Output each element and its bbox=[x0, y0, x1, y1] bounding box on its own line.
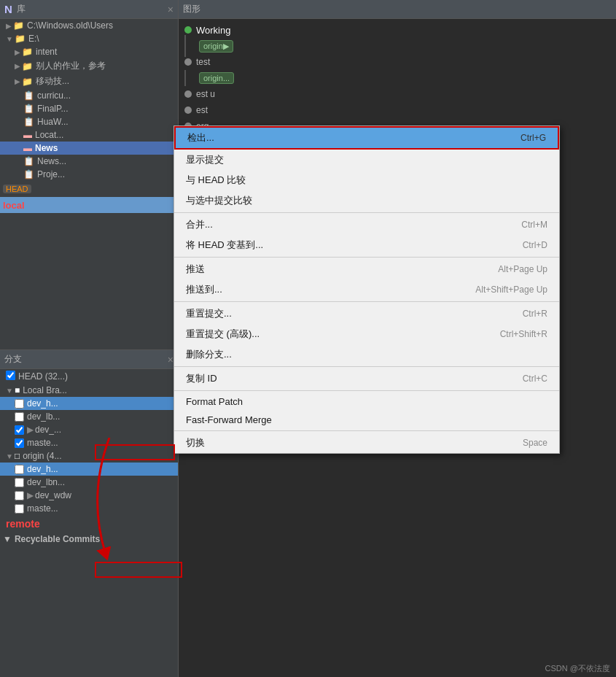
ctx-rebase[interactable]: 将 HEAD 变基到... Ctrl+D bbox=[174, 235, 559, 255]
main-container: N 库 × ▶ 📁 C:\Windows.old\Users ▼ 📁 E:\ ▶… bbox=[0, 0, 616, 677]
ctx-show-commit-label: 显示提交 bbox=[186, 153, 224, 166]
tree-item-huaw[interactable]: 📋 HuaW... bbox=[0, 115, 178, 128]
tree-item-homework[interactable]: ▶ 📁 别人的作业，参考 bbox=[0, 58, 178, 74]
origin-master-checkbox[interactable] bbox=[15, 504, 24, 514]
head-checkbox[interactable] bbox=[6, 371, 15, 380]
origin-arrow-icon: ▶ bbox=[27, 490, 34, 500]
branch-origin-group[interactable]: ▼ □ origin (4... bbox=[0, 449, 178, 463]
branch-panel-close[interactable]: × bbox=[168, 354, 174, 365]
dev-lb-checkbox[interactable] bbox=[15, 412, 24, 422]
folder-icon: 📁 bbox=[13, 20, 24, 31]
graph-line bbox=[184, 35, 192, 57]
graph-row-origin: origin▶ bbox=[182, 38, 613, 54]
tree-item-curricu[interactable]: 📋 curricu... bbox=[0, 89, 178, 102]
ctx-reset-advanced-shortcut: Ctrl+Shift+R bbox=[500, 329, 547, 339]
ctx-push-shortcut: Alt+Page Up bbox=[498, 264, 547, 274]
graph-text-est: est bbox=[196, 105, 208, 115]
graph-text-test: test bbox=[196, 57, 210, 67]
tree-item-finalp[interactable]: 📋 FinalP... bbox=[0, 102, 178, 115]
dev-h-checkbox[interactable] bbox=[15, 399, 24, 409]
ctx-ff-merge-label: Fast-Forward Merge bbox=[186, 414, 272, 425]
ctx-format-patch[interactable]: Format Patch bbox=[174, 392, 559, 411]
ctx-reset-advanced[interactable]: 重置提交 (高级)... Ctrl+Shift+R bbox=[174, 324, 559, 344]
ctx-compare-selected-label: 与选中提交比较 bbox=[186, 194, 252, 207]
graph-row-test: test bbox=[182, 54, 613, 70]
graph-header: 图形 bbox=[179, 0, 616, 19]
app-icon: N bbox=[4, 3, 12, 15]
origin-dev-lbn[interactable]: dev_lbn... bbox=[0, 476, 178, 489]
origin-dev-wdw[interactable]: ▶ dev_wdw bbox=[0, 489, 178, 502]
ctx-reset-commit-shortcut: Ctrl+R bbox=[523, 309, 547, 319]
ctx-switch[interactable]: 切换 Space bbox=[174, 433, 559, 453]
tree-item-locat[interactable]: ▬ Locat... bbox=[0, 128, 178, 142]
tree-item-windows-old[interactable]: ▶ 📁 C:\Windows.old\Users bbox=[0, 19, 178, 32]
ctx-delete-branch-label: 删除分支... bbox=[186, 348, 232, 361]
origin-tag-2: origin... bbox=[199, 72, 234, 84]
folder-icon-hw: 📁 bbox=[22, 61, 33, 71]
ctx-sep-5 bbox=[174, 390, 559, 391]
tree-item-e-drive[interactable]: ▼ 📁 E:\ bbox=[0, 32, 178, 45]
repo-icon-huaw: 📋 bbox=[23, 117, 34, 127]
repo-icon-news: ▬ bbox=[23, 143, 32, 153]
ctx-sep-4 bbox=[174, 366, 559, 367]
master-checkbox[interactable] bbox=[15, 438, 24, 448]
remote-label-container: remote bbox=[0, 515, 178, 533]
branch-master[interactable]: maste... bbox=[0, 436, 178, 449]
ctx-merge-shortcut: Ctrl+M bbox=[521, 220, 547, 230]
tree-item-proje[interactable]: 📋 Proje... bbox=[0, 168, 178, 181]
chevron-local: ▼ bbox=[6, 387, 13, 395]
repo-icon-news2: 📋 bbox=[23, 156, 34, 166]
ctx-checkout-label: 检出... bbox=[187, 131, 214, 144]
graph-title: 图形 bbox=[183, 3, 200, 15]
ctx-reset-commit[interactable]: 重置提交... Ctrl+R bbox=[174, 303, 559, 324]
branch-dev-h[interactable]: dev_h... bbox=[0, 397, 178, 410]
repo-panel-title: 库 bbox=[17, 3, 165, 15]
ctx-show-commit[interactable]: 显示提交 bbox=[174, 150, 559, 170]
branch-dev-lb[interactable]: dev_lb... bbox=[0, 410, 178, 423]
tree-item-intent[interactable]: ▶ 📁 intent bbox=[0, 45, 178, 58]
chevron-right-icon-mb: ▶ bbox=[15, 77, 20, 85]
checkbox-head[interactable] bbox=[6, 371, 15, 382]
recyclable-commits[interactable]: ▼ Recyclable Commits bbox=[0, 533, 178, 546]
origin-master[interactable]: maste... bbox=[0, 502, 178, 515]
origin-dev-h-checkbox[interactable] bbox=[15, 465, 24, 474]
repo-panel-close[interactable]: × bbox=[168, 4, 174, 15]
origin-dev-h[interactable]: dev_h... bbox=[0, 463, 178, 476]
tree-item-mobile[interactable]: ▶ 📁 移动技... bbox=[0, 74, 178, 89]
ctx-push-label: 推送 bbox=[186, 263, 205, 276]
ctx-switch-shortcut: Space bbox=[523, 438, 547, 448]
ctx-format-patch-label: Format Patch bbox=[186, 396, 243, 407]
ctx-copy-id[interactable]: 复制 ID Ctrl+C bbox=[174, 368, 559, 389]
branch-dev-arrow[interactable]: ▶ dev_... bbox=[0, 423, 178, 436]
chevron-right-icon-hw: ▶ bbox=[15, 62, 20, 70]
dev-arrow-checkbox[interactable] bbox=[15, 425, 24, 435]
ctx-compare-selected[interactable]: 与选中提交比较 bbox=[174, 190, 559, 211]
folder-icon-intent: 📁 bbox=[22, 47, 33, 57]
ctx-sep-3 bbox=[174, 301, 559, 302]
tree-item-news2[interactable]: 📋 News... bbox=[0, 155, 178, 168]
origin-dev-lbn-checkbox[interactable] bbox=[15, 478, 24, 487]
graph-row-origin2: origin... bbox=[182, 70, 613, 86]
ctx-push-to[interactable]: 推送到... Alt+Shift+Page Up bbox=[174, 279, 559, 300]
context-menu: 检出... Ctrl+G 显示提交 与 HEAD 比较 与选中提交比较 合并..… bbox=[174, 125, 560, 454]
arrow-icon: ▶ bbox=[27, 425, 34, 435]
ctx-reset-advanced-label: 重置提交 (高级)... bbox=[186, 328, 260, 341]
ctx-reset-commit-label: 重置提交... bbox=[186, 307, 232, 320]
ctx-push[interactable]: 推送 Alt+Page Up bbox=[174, 259, 559, 279]
ctx-delete-branch[interactable]: 删除分支... bbox=[174, 344, 559, 365]
repo-icon-proje: 📋 bbox=[23, 169, 34, 179]
ctx-merge[interactable]: 合并... Ctrl+M bbox=[174, 214, 559, 235]
repo-panel: N 库 × ▶ 📁 C:\Windows.old\Users ▼ 📁 E:\ ▶… bbox=[0, 0, 178, 350]
local-label-stub: local bbox=[3, 200, 25, 211]
ctx-checkout[interactable]: 检出... Ctrl+G bbox=[174, 126, 559, 150]
ctx-ff-merge[interactable]: Fast-Forward Merge bbox=[174, 411, 559, 429]
folder-icon-e: 📁 bbox=[15, 34, 26, 44]
graph-row-est: est bbox=[182, 102, 613, 118]
chevron-right-icon-intent: ▶ bbox=[15, 48, 20, 56]
ctx-copy-id-shortcut: Ctrl+C bbox=[523, 374, 547, 384]
origin-dev-wdw-checkbox[interactable] bbox=[15, 491, 24, 500]
tree-item-news[interactable]: ▬ News bbox=[0, 142, 178, 155]
branch-head-item[interactable]: HEAD (32...) bbox=[0, 369, 178, 384]
ctx-compare-head[interactable]: 与 HEAD 比较 bbox=[174, 170, 559, 190]
branch-local-group[interactable]: ▼ ■ Local Bra... bbox=[0, 384, 178, 397]
